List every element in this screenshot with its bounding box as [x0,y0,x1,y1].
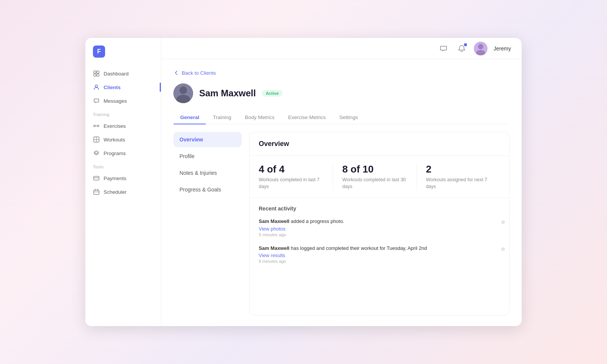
back-to-clients-link[interactable]: Back to Clients [173,70,510,76]
sidebar-item-scheduler[interactable]: Scheduler [85,185,161,199]
stat-30days: 8 of 10 Workouts completed in last 30 da… [342,163,417,190]
tools-section-label: Tools [85,160,161,171]
svg-rect-1 [97,71,99,73]
credit-card-icon [93,175,100,182]
calendar-icon [93,188,100,195]
sidebar-item-label: Payments [104,176,126,181]
right-panel: Overview 4 of 4 Workouts completed in la… [249,132,510,315]
tab-body-metrics[interactable]: Body Metrics [238,111,281,124]
overview-title: Overview [259,140,289,147]
sidebar-item-workouts[interactable]: Workouts [85,133,161,146]
client-header: Sam Maxwell Active [173,83,510,103]
sidebar-item-label: Dashboard [104,71,129,77]
activity-dot-0 [502,221,505,224]
sidebar-item-clients[interactable]: Clients [85,80,161,94]
sidebar-item-exercises[interactable]: Exercises [85,119,161,133]
user-icon [93,84,100,91]
content-area: Back to Clients Sam Maxwell Active Gener… [161,59,522,326]
app-window: F Dashboard Clients [85,38,522,326]
svg-rect-11 [94,176,99,180]
client-name: Sam Maxwell [199,88,256,99]
sidebar-item-messages[interactable]: Messages [85,94,161,108]
activity-time-1: 8 minutes ago [259,259,427,264]
overview-header: Overview [250,132,509,156]
svg-point-4 [95,85,97,87]
stats-row: 4 of 4 Workouts completed in last 7 days… [250,156,509,198]
left-nav-overview[interactable]: Overview [173,132,242,147]
main-area: Jeremy Back to Clients Sam Maxw [161,38,522,326]
topbar: Jeremy [161,38,522,59]
activity-link-0[interactable]: View photos [259,226,344,232]
activity-time-0: 5 minutes ago [259,232,344,237]
stat-assigned: 2 Workouts assigned for next 7 days [426,163,500,190]
activity-client-0: Sam Maxwell [259,218,289,224]
activity-client-1: Sam Maxwell [259,245,289,251]
grid-icon [93,70,100,77]
stat-number-30days: 8 of 10 [342,163,407,175]
svg-point-6 [97,125,99,127]
avatar [474,42,487,55]
notification-icon-button[interactable] [456,42,468,55]
client-avatar [173,83,193,103]
left-nav-notes-injuries[interactable]: Notes & Injuries [173,165,242,180]
activity-item-1: Sam Maxwell has logged and completed the… [259,245,500,264]
sidebar-item-label: Programs [104,151,126,156]
sidebar: F Dashboard Clients [85,38,161,326]
svg-rect-13 [94,190,99,195]
stat-7days: 4 of 4 Workouts completed in last 7 days [259,163,333,190]
sidebar-item-label: Exercises [104,123,126,129]
stat-number-assigned: 2 [426,163,491,175]
sidebar-item-label: Messages [104,98,127,104]
sidebar-item-label: Workouts [104,137,125,143]
sidebar-item-programs[interactable]: Programs [85,146,161,160]
layers-icon [93,150,100,157]
sidebar-item-dashboard[interactable]: Dashboard [85,67,161,80]
stat-label-7days: Workouts completed in last 7 days [259,177,324,190]
tab-training[interactable]: Training [206,111,238,124]
activity-item-0: Sam Maxwell added a progress photo. View… [259,218,500,237]
grid-sm-icon [93,136,100,143]
training-section-label: Training [85,108,161,119]
svg-rect-2 [94,74,96,76]
recent-activity-section: Recent activity Sam Maxwell added a prog… [250,198,509,315]
svg-rect-3 [97,74,99,76]
sidebar-logo: F [85,46,161,67]
activity-link-1[interactable]: View results [259,253,427,258]
chat-icon-button[interactable] [437,42,450,55]
sidebar-item-label: Clients [104,85,121,90]
tab-exercise-metrics[interactable]: Exercise Metrics [281,111,333,124]
user-name: Jeremy [494,46,511,52]
recent-activity-title: Recent activity [259,206,500,212]
svg-point-18 [478,44,483,49]
svg-point-5 [94,125,95,127]
status-badge: Active [262,90,283,97]
activity-dot-1 [502,248,505,251]
message-icon [93,97,100,104]
tab-settings[interactable]: Settings [333,111,365,124]
stat-label-30days: Workouts completed in last 30 days [342,177,407,190]
notification-dot [464,43,467,46]
logo-icon: F [93,46,105,58]
page-body: Overview Profile Notes & Injuries Progre… [173,132,510,315]
svg-point-21 [179,86,187,94]
dumbbell-icon [93,122,100,129]
activity-text-0: Sam Maxwell added a progress photo. [259,218,344,225]
svg-rect-0 [94,71,96,73]
tab-general[interactable]: General [173,111,206,124]
sidebar-item-label: Scheduler [104,189,127,195]
left-nav-progress-goals[interactable]: Progress & Goals [173,182,242,197]
back-link-label: Back to Clients [182,70,216,76]
activity-text-1: Sam Maxwell has logged and completed the… [259,245,427,252]
stat-label-assigned: Workouts assigned for next 7 days [426,177,491,190]
stat-number-7days: 4 of 4 [259,163,324,175]
left-nav-profile[interactable]: Profile [173,149,242,164]
sidebar-item-payments[interactable]: Payments [85,171,161,185]
left-nav: Overview Profile Notes & Injuries Progre… [173,132,242,315]
tab-bar: General Training Body Metrics Exercise M… [173,111,510,124]
